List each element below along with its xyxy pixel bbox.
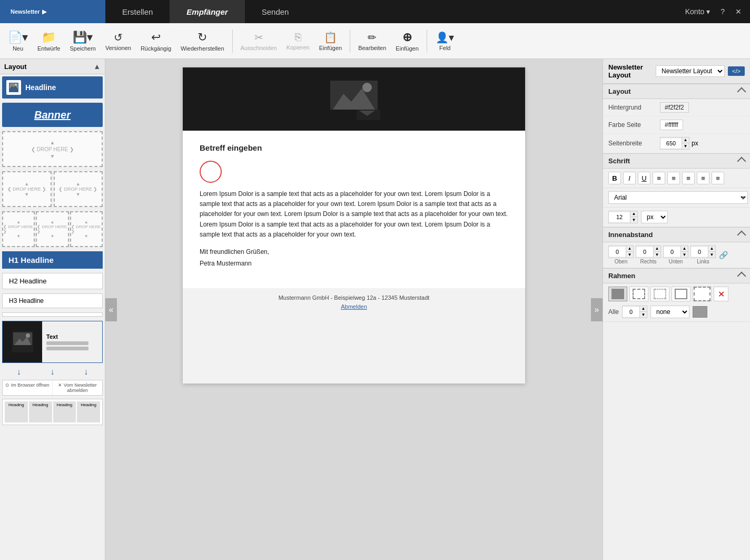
layout-item-headline[interactable]: Headline	[2, 76, 103, 99]
section-schrift[interactable]: Schrift	[603, 153, 750, 169]
font-size-down[interactable]: ▼	[630, 217, 637, 223]
layout-drop-3col-1[interactable]: ▲ ❮ DROP HERE ❯ ▼	[2, 211, 35, 247]
field-button[interactable]: 👤▾ Feld	[431, 26, 459, 56]
border-inner-btn[interactable]	[650, 287, 669, 301]
padding-rechts-up[interactable]: ▲	[653, 246, 660, 252]
help-button[interactable]: ?	[721, 7, 725, 16]
redo-button[interactable]: ↻ Wiederherstellen	[177, 26, 228, 56]
cut-button[interactable]: ✂ Ausschneiden	[237, 26, 281, 56]
font-size-input[interactable]	[609, 212, 630, 222]
email-image-header[interactable]	[183, 67, 525, 131]
padding-rechts[interactable]	[636, 247, 653, 257]
section-rahmen[interactable]: Rahmen	[603, 268, 750, 283]
section-layout[interactable]: Layout	[603, 84, 750, 99]
bold-button[interactable]: B	[608, 172, 621, 184]
versions-button[interactable]: ↺ Versionen	[102, 26, 135, 56]
layout-item-img-text[interactable]: Text	[2, 321, 103, 363]
layout-item-h2[interactable]: H2 Headline	[2, 273, 103, 289]
tab-senden[interactable]: Senden	[245, 0, 306, 23]
list-button[interactable]: ≡	[712, 172, 724, 184]
insert-label: Einfügen	[396, 45, 418, 52]
layout-selector[interactable]: Newsletter Layout	[656, 65, 725, 77]
tab-erstellen[interactable]: Erstellen	[105, 0, 170, 23]
padding-unten[interactable]	[664, 247, 680, 257]
border-all-up[interactable]: ▲	[639, 306, 647, 312]
section-schrift-arrow[interactable]	[737, 156, 746, 165]
layout-item-separator[interactable]	[2, 312, 103, 317]
drafts-button[interactable]: 📁 Entwürfe	[34, 26, 64, 56]
email-greeting[interactable]: Mit freundlichen Grüßen,	[200, 248, 508, 256]
farbe-seite-value[interactable]: #ffffff	[660, 120, 683, 130]
email-name[interactable]: Petra Mustermann	[200, 260, 508, 267]
border-delete-btn[interactable]: ✕	[714, 287, 728, 301]
border-dashed-outer-btn[interactable]	[693, 287, 712, 301]
padding-links-down[interactable]: ▼	[708, 252, 715, 258]
panel-scroll-up[interactable]: ▲	[93, 62, 101, 71]
seitenbreite-down[interactable]: ▼	[682, 143, 689, 149]
brand-logo[interactable]: Newsletter ▶	[0, 0, 105, 23]
paste-button[interactable]: 📋 Einfügen	[315, 26, 346, 56]
layout-drop-1col[interactable]: ▲ ❮ DROP HERE ❯ ▼	[2, 131, 103, 167]
new-button[interactable]: 📄▾ Neu	[4, 26, 32, 56]
link-browser-btn[interactable]: ⊙ Im Browser öffnen	[3, 380, 53, 395]
arrow-down-3[interactable]: ↓	[84, 367, 88, 377]
border-outline-btn[interactable]	[672, 287, 690, 301]
edit-button[interactable]: ✏ Bearbeiten	[354, 26, 390, 56]
save-button[interactable]: 💾▾ Speichern	[66, 26, 100, 56]
padding-rechts-down[interactable]: ▼	[653, 252, 660, 258]
padding-oben-down[interactable]: ▼	[626, 252, 633, 258]
collapse-left-button[interactable]: «	[105, 298, 117, 321]
layout-item-banner[interactable]: Banner	[2, 103, 103, 127]
email-subject[interactable]: Betreff eingeben	[200, 143, 508, 152]
section-rahmen-arrow[interactable]	[737, 271, 746, 280]
border-style-select[interactable]: none solid dashed dotted	[650, 306, 689, 318]
border-color-swatch[interactable]	[693, 306, 707, 318]
italic-button[interactable]: I	[623, 172, 636, 184]
layout-drop-2col-right[interactable]: ▲ ❮ DROP HERE ❯ ▼	[54, 171, 103, 207]
section-innenabstand[interactable]: Innenabstand	[603, 227, 750, 242]
font-size-up[interactable]: ▲	[630, 211, 637, 217]
font-unit-select[interactable]: px em pt	[641, 211, 668, 223]
collapse-right-button[interactable]: »	[591, 298, 603, 321]
email-unsubscribe-link[interactable]: Abmelden	[341, 303, 367, 310]
tab-empfanger[interactable]: Empfänger	[170, 0, 244, 23]
border-solid-btn[interactable]	[608, 287, 627, 301]
insert-button[interactable]: ⊕ Einfügen	[392, 26, 422, 56]
padding-links-up[interactable]: ▲	[708, 246, 715, 252]
seitenbreite-input[interactable]	[660, 139, 682, 148]
layout-item-h1[interactable]: H1 Headline	[2, 251, 103, 269]
section-innenabstand-arrow[interactable]	[737, 230, 746, 239]
copy-button[interactable]: ⎘ Kopieren	[283, 26, 313, 56]
undo-button[interactable]: ↩ Rückgängig	[137, 26, 175, 56]
padding-oben-up[interactable]: ▲	[626, 246, 633, 252]
link-unsubscribe-btn[interactable]: ✕ Vom Newsletter abmelden	[53, 380, 102, 395]
align-left-button[interactable]: ≡	[653, 172, 665, 184]
align-justify-button[interactable]: ≡	[697, 172, 709, 184]
section-layout-arrow[interactable]	[737, 87, 746, 96]
hintergrund-value[interactable]: #f2f2f2	[660, 102, 689, 113]
align-center-button[interactable]: ≡	[667, 172, 680, 184]
layout-drop-2col-left[interactable]: ▲ ❮ DROP HERE ❯ ▼	[2, 171, 52, 207]
layout-drop-3col-3[interactable]: ▲ ❮ DROP HERE ❯ ▼	[70, 211, 103, 247]
underline-button[interactable]: U	[638, 172, 650, 184]
padding-unten-down[interactable]: ▼	[680, 252, 688, 258]
arrow-down-1[interactable]: ↓	[17, 367, 21, 377]
align-right-button[interactable]: ≡	[682, 172, 695, 184]
seitenbreite-up[interactable]: ▲	[682, 137, 689, 143]
arrow-down-2[interactable]: ↓	[50, 367, 54, 377]
layout-item-h3[interactable]: H3 Headline	[2, 293, 103, 308]
font-family-select[interactable]: Arial Times New Roman Helvetica	[608, 191, 748, 204]
konto-button[interactable]: Konto ▾	[685, 7, 710, 16]
border-outer-btn[interactable]	[629, 287, 648, 301]
chain-link-icon[interactable]: 🔗	[719, 251, 728, 259]
padding-links[interactable]	[691, 247, 708, 257]
padding-unten-up[interactable]: ▲	[680, 246, 688, 252]
code-toggle-button[interactable]: </>	[728, 66, 745, 76]
border-all-down[interactable]: ▼	[639, 312, 647, 318]
close-button[interactable]: ✕	[735, 7, 742, 16]
padding-oben[interactable]	[609, 247, 626, 257]
layout-drop-3col-2[interactable]: ▲ ❮ DROP HERE ❯ ▼	[36, 211, 68, 247]
email-body-text[interactable]: Lorem Ipsum Dolor is a sample text that …	[200, 189, 508, 240]
layout-table-preview[interactable]: Heading Heading Heading Heading	[2, 399, 103, 425]
border-all-input[interactable]	[623, 307, 639, 317]
